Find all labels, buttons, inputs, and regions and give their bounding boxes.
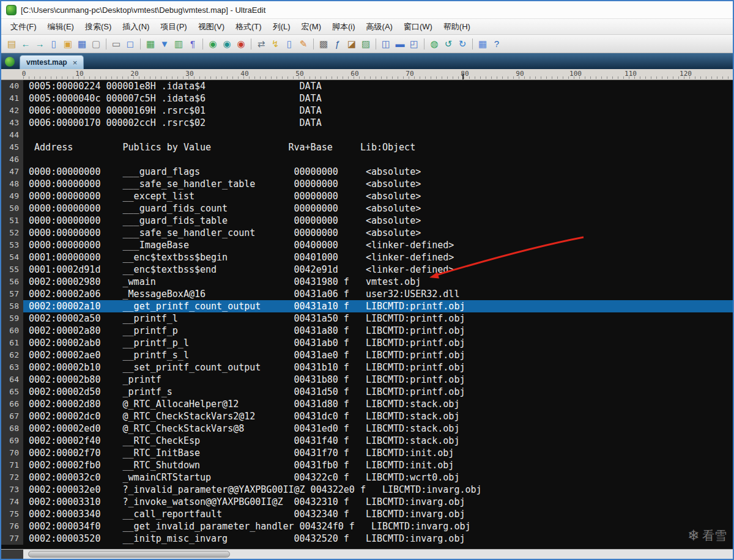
code-text[interactable]: 0002:00002f40 __RTC_CheckEsp 00431f40 f … bbox=[23, 435, 733, 447]
horizontal-scrollbar[interactable] bbox=[1, 549, 733, 559]
script-icon[interactable]: ▯ bbox=[283, 37, 296, 51]
code-text[interactable]: 0002:00002b10 __set_printf_count_output … bbox=[23, 361, 733, 374]
sync-icon[interactable]: ↻ bbox=[456, 37, 469, 51]
code-text[interactable]: 0000:00000000 ___guard_fids_count 000000… bbox=[23, 202, 733, 215]
code-text[interactable]: 0002:00003520 __initp_misc_invarg 004325… bbox=[23, 532, 733, 545]
code-text[interactable]: 0002:00003340 __call_reportfault 0043234… bbox=[23, 508, 733, 520]
code-text[interactable]: Address Publics by Value Rva+Base Lib:Ob… bbox=[23, 141, 733, 153]
save-file-icon[interactable]: ▦ bbox=[75, 37, 89, 51]
menu-item[interactable]: 格式(T) bbox=[230, 19, 267, 35]
code-text[interactable] bbox=[23, 153, 733, 166]
tag-list-icon[interactable]: ◪ bbox=[345, 37, 358, 51]
ultraedit-logo-icon bbox=[5, 57, 15, 67]
sort-icon[interactable]: ▼ bbox=[158, 37, 171, 51]
code-text[interactable]: 0002:00002d50 _printf_s 00431d50 f LIBCM… bbox=[23, 386, 733, 398]
code-text[interactable] bbox=[23, 129, 733, 141]
editor[interactable]: 40 0005:00000224 000001e8H .idata$4 DATA… bbox=[1, 80, 733, 549]
line-number: 57 bbox=[1, 288, 23, 300]
word-wrap-icon[interactable]: ¶ bbox=[186, 37, 199, 51]
column-mode-icon[interactable]: ▥ bbox=[172, 37, 185, 51]
menu-item[interactable]: 窗口(W) bbox=[398, 19, 438, 35]
code-text[interactable]: 0000:00000000 __except_list 00000000 <ab… bbox=[23, 190, 733, 202]
menu-item[interactable]: 高级(A) bbox=[361, 19, 398, 35]
help-icon[interactable]: ? bbox=[490, 37, 503, 51]
menu-item[interactable]: 项目(P) bbox=[155, 19, 192, 35]
code-text[interactable]: 0002:00002a06 _MessageBoxA@16 00431a06 f… bbox=[23, 288, 733, 300]
code-text[interactable]: 0002:000032e0 ?_invalid_parameter@@YAXPB… bbox=[23, 484, 733, 496]
refresh-icon[interactable]: ↺ bbox=[442, 37, 455, 51]
browser-back-icon[interactable]: ◉ bbox=[206, 37, 220, 51]
web-preview-icon[interactable]: ◍ bbox=[428, 37, 441, 51]
code-line: 64 0002:00002b80 _printf 00431b80 f LIBC… bbox=[1, 374, 733, 386]
code-text[interactable]: 0000:00000000 ___ImageBase 00400000 <lin… bbox=[23, 239, 733, 251]
scrollbar-thumb[interactable] bbox=[28, 551, 230, 558]
code-text[interactable]: 0000:00000000 ___guard_flags 00000000 <a… bbox=[23, 166, 733, 178]
open-file-icon[interactable]: ▣ bbox=[61, 37, 75, 51]
toolbar: ▤←→▯▣▦▢▭◻▦▼▥¶◉◉◉⇄↯▯✎▩ƒ◪▨◫▬◰◍↺↻▦? bbox=[1, 35, 733, 53]
line-number: 48 bbox=[1, 178, 23, 190]
code-line: 69 0002:00002f40 __RTC_CheckEsp 00431f40… bbox=[1, 435, 733, 447]
split-window-icon[interactable]: ◫ bbox=[379, 37, 393, 51]
close-file-icon[interactable]: ▢ bbox=[89, 37, 103, 51]
code-text[interactable]: 0000:00000000 ___safe_se_handler_table 0… bbox=[23, 178, 733, 190]
code-text[interactable]: 0005:0000040c 000007c5H .idata$6 DATA bbox=[23, 92, 733, 105]
menu-item[interactable]: 视图(V) bbox=[193, 19, 230, 35]
code-line: 57 0002:00002a06 _MessageBoxA@16 00431a0… bbox=[1, 288, 733, 300]
code-text[interactable]: 0002:00002d80 @_RTC_AllocaHelper@12 0043… bbox=[23, 398, 733, 410]
paste-icon[interactable]: ▤ bbox=[5, 37, 18, 51]
code-text[interactable]: 0000:00000000 ___safe_se_handler_count 0… bbox=[23, 227, 733, 239]
menu-item[interactable]: 列(L) bbox=[267, 19, 296, 35]
browser-stop-icon[interactable]: ◉ bbox=[234, 37, 248, 51]
code-text[interactable]: 0002:00002a50 __printf_l 00431a50 f LIBC… bbox=[23, 312, 733, 325]
browser-globe-icon[interactable]: ◉ bbox=[220, 37, 234, 51]
print-preview-icon[interactable]: ◻ bbox=[124, 37, 137, 51]
ruler-mark: 100 bbox=[569, 70, 582, 78]
code-text[interactable]: 0000:00000000 ___guard_fids_table 000000… bbox=[23, 215, 733, 227]
code-text[interactable]: 0002:000034f0 __get_invalid_parameter_ha… bbox=[23, 520, 733, 532]
code-text[interactable]: 0002:00002a80 __printf_p 00431a80 f LIBC… bbox=[23, 325, 733, 337]
macro-play-icon[interactable]: ↯ bbox=[269, 37, 282, 51]
hex-mode-icon[interactable]: ▩ bbox=[317, 37, 330, 51]
tab-close-icon[interactable]: × bbox=[73, 59, 78, 67]
line-number: 67 bbox=[1, 410, 23, 422]
menu-item[interactable]: 插入(N) bbox=[117, 19, 155, 35]
undo-icon[interactable]: ← bbox=[19, 37, 32, 51]
compare-icon[interactable]: ⇄ bbox=[254, 37, 268, 51]
spreadsheet-icon[interactable]: ▦ bbox=[144, 37, 157, 51]
code-text[interactable]: 0002:00002f70 __RTC_InitBase 00431f70 f … bbox=[23, 447, 733, 459]
new-file-icon[interactable]: ▯ bbox=[47, 37, 61, 51]
scrollbar-track[interactable] bbox=[23, 550, 733, 559]
menu-item[interactable]: 宏(M) bbox=[296, 19, 327, 35]
code-text[interactable]: 0002:00002980 _wmain 00431980 f vmtest.o… bbox=[23, 276, 733, 288]
code-text[interactable]: 0002:00002ab0 __printf_p_l 00431ab0 f LI… bbox=[23, 337, 733, 349]
code-text[interactable]: 0002:00002ed0 @_RTC_CheckStackVars@8 004… bbox=[23, 422, 733, 435]
menu-item[interactable]: 搜索(S) bbox=[80, 19, 117, 35]
menu-item[interactable]: 编辑(E) bbox=[42, 19, 80, 35]
tile-horizontal-icon[interactable]: ▬ bbox=[393, 37, 407, 51]
code-text[interactable]: 0005:00000224 000001e8H .idata$4 DATA bbox=[23, 80, 733, 92]
code-text[interactable]: 0006:00000170 000002ccH .rsrc$02 DATA bbox=[23, 117, 733, 129]
edit-macro-icon[interactable]: ✎ bbox=[297, 37, 310, 51]
tab-vmtest-map[interactable]: vmtest.map × bbox=[20, 55, 84, 69]
code-text[interactable]: 0006:00000000 00000169H .rsrc$01 DATA bbox=[23, 105, 733, 117]
code-text[interactable]: 0001:0002d91d __enc$textbss$end 0042e91d… bbox=[23, 263, 733, 276]
code-text[interactable]: 0002:000032c0 _wmainCRTStartup 004322c0 … bbox=[23, 471, 733, 484]
function-list-icon[interactable]: ƒ bbox=[331, 37, 344, 51]
code-text[interactable]: 0002:00002dc0 @_RTC_CheckStackVars2@12 0… bbox=[23, 410, 733, 422]
print-icon[interactable]: ▭ bbox=[109, 37, 123, 51]
code-text[interactable]: 0001:00000000 __enc$textbss$begin 004010… bbox=[23, 251, 733, 263]
code-text[interactable]: 0002:00002ae0 __printf_s_l 00431ae0 f LI… bbox=[23, 349, 733, 361]
code-text[interactable]: 0002:00002fb0 __RTC_Shutdown 00431fb0 f … bbox=[23, 459, 733, 471]
menu-item[interactable]: 文件(F) bbox=[5, 19, 42, 35]
menu-item[interactable]: 帮助(H) bbox=[438, 19, 476, 35]
menu-item[interactable]: 脚本(i) bbox=[327, 19, 361, 35]
line-number: 54 bbox=[1, 251, 23, 263]
line-number: 40 bbox=[1, 80, 23, 92]
template-icon[interactable]: ▨ bbox=[359, 37, 373, 51]
code-text[interactable]: 0002:00002b80 _printf 00431b80 f LIBCMTD… bbox=[23, 374, 733, 386]
code-text[interactable]: 0002:00003310 ?_invoke_watson@@YAXPBG00I… bbox=[23, 496, 733, 508]
table-view-icon[interactable]: ▦ bbox=[476, 37, 489, 51]
cascade-windows-icon[interactable]: ◰ bbox=[407, 37, 421, 51]
code-text[interactable]: 0002:00002a10 __get_printf_count_output … bbox=[23, 300, 733, 312]
redo-icon[interactable]: → bbox=[33, 37, 46, 51]
